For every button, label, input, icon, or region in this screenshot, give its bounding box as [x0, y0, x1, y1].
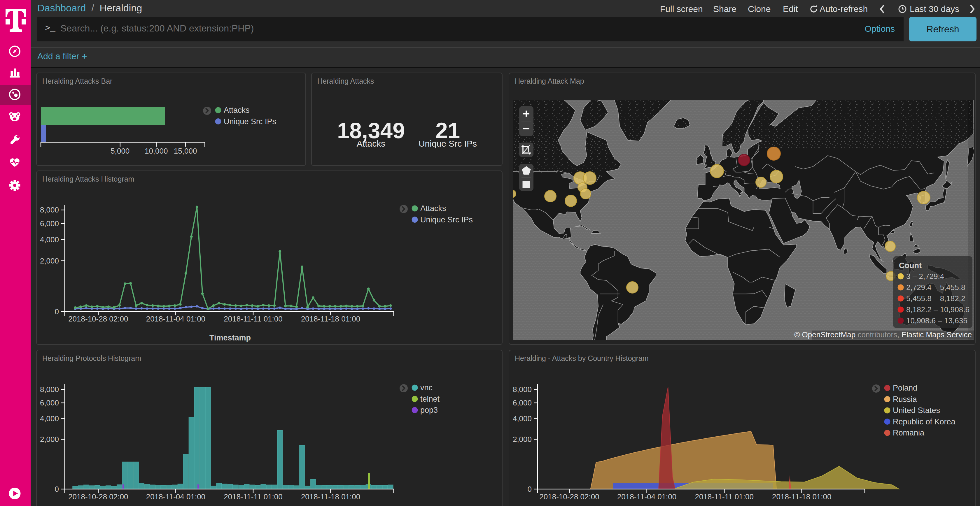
svg-text:2,000: 2,000	[40, 435, 59, 444]
svg-text:8,182.2 – 10,908.6: 8,182.2 – 10,908.6	[906, 305, 969, 314]
svg-text:2018-11-04 01:00: 2018-11-04 01:00	[146, 492, 205, 501]
svg-text:Republic of Korea: Republic of Korea	[893, 417, 956, 426]
svg-text:2018-11-18 01:00: 2018-11-18 01:00	[772, 492, 831, 501]
svg-text:Attacks: Attacks	[420, 204, 446, 213]
svg-text:2018-10-28 02:00: 2018-10-28 02:00	[68, 492, 128, 501]
svg-text:2,729.4 – 5,455.8: 2,729.4 – 5,455.8	[906, 283, 965, 292]
svg-text:8,000: 8,000	[40, 206, 59, 214]
svg-text:telnet: telnet	[420, 395, 440, 403]
svg-text:2,000: 2,000	[40, 257, 59, 265]
svg-text:6,000: 6,000	[513, 398, 532, 407]
svg-text:10,908.6 – 13,635: 10,908.6 – 13,635	[906, 316, 967, 325]
svg-text:4,000: 4,000	[40, 235, 59, 244]
svg-text:15,000: 15,000	[174, 147, 197, 155]
svg-text:2018-11-04 01:00: 2018-11-04 01:00	[146, 314, 205, 323]
svg-text:0: 0	[55, 485, 59, 493]
svg-text:5,455.8 – 8,182.2: 5,455.8 – 8,182.2	[906, 294, 965, 303]
svg-text:Poland: Poland	[893, 384, 917, 392]
svg-text:2018-11-18 01:00: 2018-11-18 01:00	[301, 492, 360, 501]
svg-text:Count: Count	[899, 261, 922, 270]
svg-text:2018-11-18 01:00: 2018-11-18 01:00	[301, 314, 360, 323]
svg-text:pop3: pop3	[420, 406, 438, 414]
svg-text:2018-10-28 02:00: 2018-10-28 02:00	[539, 492, 599, 501]
svg-text:© OpenStreetMap contributors,: © OpenStreetMap contributors, Elastic Ma…	[794, 330, 972, 339]
svg-text:Timestamp: Timestamp	[209, 333, 251, 342]
svg-text:Attacks: Attacks	[224, 106, 250, 114]
svg-text:2,000: 2,000	[513, 435, 532, 444]
svg-text:6,000: 6,000	[40, 219, 59, 228]
svg-text:8,000: 8,000	[513, 385, 532, 394]
svg-text:4,000: 4,000	[513, 414, 532, 423]
svg-text:Romania: Romania	[893, 428, 924, 437]
svg-text:Unique Src IPs: Unique Src IPs	[224, 117, 276, 126]
svg-text:0: 0	[55, 307, 59, 316]
svg-text:2018-10-28 02:00: 2018-10-28 02:00	[68, 314, 128, 323]
svg-text:Unique Src IPs: Unique Src IPs	[420, 216, 473, 224]
svg-text:2018-11-11 01:00: 2018-11-11 01:00	[224, 314, 282, 323]
svg-text:3 – 2,729.4: 3 – 2,729.4	[906, 272, 944, 281]
svg-text:vnc: vnc	[420, 383, 433, 392]
svg-text:4,000: 4,000	[40, 414, 59, 423]
svg-text:Russia: Russia	[893, 395, 917, 404]
svg-text:United States: United States	[893, 406, 940, 415]
svg-text:Timestamp: Timestamp	[209, 504, 251, 505]
svg-text:8,000: 8,000	[40, 385, 59, 394]
svg-text:2018-11-11 01:00: 2018-11-11 01:00	[695, 492, 753, 501]
svg-text:Timestamp: Timestamp	[681, 504, 722, 505]
svg-text:2018-11-11 01:00: 2018-11-11 01:00	[224, 492, 282, 501]
svg-text:5,000: 5,000	[111, 147, 129, 155]
svg-text:10,000: 10,000	[145, 147, 168, 155]
svg-text:2018-11-04 01:00: 2018-11-04 01:00	[617, 492, 676, 501]
svg-text:6,000: 6,000	[40, 398, 59, 407]
svg-text:0: 0	[528, 485, 532, 493]
